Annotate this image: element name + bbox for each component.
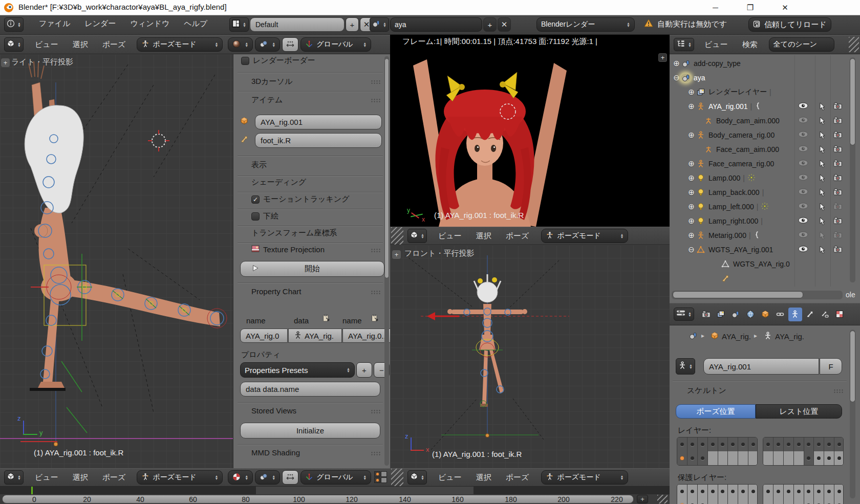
preset-add-button[interactable]: + xyxy=(356,362,372,378)
outliner-row-Body_camera_rig.00[interactable]: ⊕Body_camera_rig.00 xyxy=(670,128,860,142)
render-engine-select[interactable]: Blenderレンダー xyxy=(536,17,635,32)
armature-layer-cell[interactable] xyxy=(738,485,748,498)
armature-layer-cell[interactable] xyxy=(738,498,748,504)
panel-3d-cursor[interactable]: 3Dカーソル xyxy=(241,77,292,86)
panel-shading[interactable]: シェーディング xyxy=(241,178,306,187)
properties-tab-constraint[interactable] xyxy=(773,308,787,321)
armature-layer-cell[interactable] xyxy=(708,485,718,498)
armature-layer-cell[interactable] xyxy=(698,437,708,451)
panel-item[interactable]: アイテム xyxy=(241,95,283,105)
armature-layer-cell[interactable] xyxy=(773,498,784,504)
armature-layer-cell[interactable] xyxy=(784,485,794,498)
region-expand-button[interactable]: + xyxy=(658,53,667,62)
armature-layer-cell[interactable] xyxy=(718,485,728,498)
armature-layer-cell[interactable] xyxy=(763,451,773,465)
menu-item-ポーズ[interactable]: ポーズ xyxy=(499,473,536,483)
toggle-selectable-cursor-icon[interactable] xyxy=(819,231,825,242)
add-scene-button[interactable]: + xyxy=(483,17,497,32)
armature-layer-cell[interactable] xyxy=(834,451,844,465)
panel-mmd-shading[interactable]: MMD Shading xyxy=(241,448,300,457)
npanel-scrollbar[interactable] xyxy=(384,56,389,466)
initialize-button[interactable]: Initialize xyxy=(240,423,380,439)
expand-icon[interactable]: ⊕ xyxy=(687,173,696,183)
menu-item-ウィンドウ[interactable]: ウィンドウ xyxy=(123,19,177,29)
toggle-selectable-cursor-icon[interactable] xyxy=(819,117,825,127)
menu-item-選択[interactable]: 選択 xyxy=(66,473,95,483)
pose-position-button[interactable]: ポーズ位置 xyxy=(676,404,756,419)
outliner-row-partial[interactable] xyxy=(670,271,860,286)
toggle-visibility-eye-icon[interactable] xyxy=(798,231,808,239)
close-button[interactable]: ✕ xyxy=(773,0,797,15)
toggle-visibility-eye-icon[interactable] xyxy=(798,160,808,168)
toggle-renderable-camera-icon[interactable] xyxy=(833,131,842,140)
object-breadcrumb-icon[interactable] xyxy=(711,332,719,342)
editor-type-button-properties[interactable] xyxy=(674,308,694,321)
expand-icon[interactable]: ⊕ xyxy=(687,102,696,111)
viewport-left-canvas[interactable]: + ライト・平行投影 (1) AYA_rig.001 : foot_ik.R z… xyxy=(0,54,233,468)
outliner-row-Metarig.000[interactable]: ⊕Metarig.000| xyxy=(670,228,860,243)
armature-layer-cell[interactable] xyxy=(763,437,773,451)
armature-layer-cell[interactable] xyxy=(814,485,824,498)
armature-layer-cell[interactable] xyxy=(677,485,687,498)
armature-layer-cell[interactable] xyxy=(748,498,758,504)
start-button[interactable]: 開始 xyxy=(240,261,384,277)
toggle-selectable-cursor-icon[interactable] xyxy=(819,174,825,184)
toggle-renderable-camera-icon[interactable] xyxy=(833,203,842,211)
armature-layer-cell[interactable] xyxy=(677,437,687,451)
editor-type-button-3dview[interactable] xyxy=(407,470,427,485)
outliner-row-Body_cam_aim.000[interactable]: Body_cam_aim.000 xyxy=(670,114,860,128)
armature-layer-cell[interactable] xyxy=(728,498,738,504)
mode-select[interactable]: ポーズモード xyxy=(541,229,628,243)
outliner-row-add-copy_type[interactable]: ⊕add-copy_type xyxy=(670,56,860,71)
remove-scene-button[interactable]: ✕ xyxy=(498,17,511,32)
toggle-visibility-eye-icon[interactable] xyxy=(798,174,808,182)
toggle-renderable-camera-icon[interactable] xyxy=(833,188,842,197)
toggle-visibility-eye-icon[interactable] xyxy=(798,117,808,125)
armature-layer-cell[interactable] xyxy=(834,485,844,498)
armature-breadcrumb-icon[interactable] xyxy=(764,332,772,342)
toggle-renderable-camera-icon[interactable] xyxy=(833,246,842,254)
toggle-renderable-camera-icon[interactable] xyxy=(833,160,842,168)
item-object-name-field[interactable]: AYA_rig.001 xyxy=(255,115,382,129)
armature-layer-cell[interactable] xyxy=(748,485,758,498)
editor-type-button-outliner[interactable] xyxy=(674,38,694,51)
armature-layer-cell[interactable] xyxy=(708,451,718,465)
outliner-row-WGTS_AYA_rig.0[interactable]: WGTS_AYA_rig.0 xyxy=(670,257,860,271)
outliner-row-Face_cam_aim.000[interactable]: Face_cam_aim.000 xyxy=(670,142,860,157)
rest-position-button[interactable]: レスト位置 xyxy=(756,404,842,419)
area-corner-grip[interactable] xyxy=(849,37,859,52)
menu-item-選択[interactable]: 選択 xyxy=(469,473,499,483)
properties-tab-material[interactable] xyxy=(833,308,847,321)
outliner-row-aya[interactable]: ⊖aya xyxy=(670,71,860,85)
armature-layer-cell[interactable] xyxy=(834,498,844,504)
toggle-renderable-camera-icon[interactable] xyxy=(833,231,842,240)
armature-layer-cell[interactable] xyxy=(784,498,794,504)
shading-select[interactable] xyxy=(228,470,253,485)
toggle-renderable-camera-icon[interactable] xyxy=(833,145,842,154)
panel-drag-dots[interactable] xyxy=(371,290,381,295)
expand-icon[interactable]: ⊕ xyxy=(687,130,696,140)
armature-layer-cell[interactable] xyxy=(794,437,804,451)
timeline-range-strip[interactable] xyxy=(0,487,670,494)
panel-drag-dots[interactable] xyxy=(371,451,381,456)
editor-type-button-info[interactable] xyxy=(4,17,24,32)
toggle-selectable-cursor-icon[interactable] xyxy=(819,102,825,113)
chart-cell-1[interactable]: AYA_rig.0 xyxy=(240,328,288,343)
menu-item-ヘルプ[interactable]: ヘルプ xyxy=(177,19,214,29)
armature-layer-cell[interactable] xyxy=(738,437,748,451)
outliner-row-AYA_rig.001[interactable]: ⊕AYA_rig.001| xyxy=(670,99,860,114)
armature-layer-cell[interactable] xyxy=(687,498,698,504)
armature-layer-cell[interactable] xyxy=(728,451,738,465)
screen-layout-button[interactable] xyxy=(229,17,249,32)
menu-item-ポーズ[interactable]: ポーズ xyxy=(499,231,536,241)
properties-vscrollbar[interactable] xyxy=(850,330,855,498)
viewport-front-canvas[interactable]: + フロント・平行投影 (1) AYA_rig.001 : foot_ik.R … xyxy=(390,245,670,468)
mode-select[interactable]: ポーズモード xyxy=(137,37,223,52)
armature-layer-cell[interactable] xyxy=(687,451,698,465)
panel-skeleton[interactable]: スケルトン xyxy=(677,386,726,396)
expand-icon[interactable]: ⊕ xyxy=(687,87,696,97)
toggle-selectable-cursor-icon[interactable] xyxy=(819,246,825,256)
menu-item-ビュー[interactable]: ビュー xyxy=(28,40,66,50)
manipulator-toggle[interactable] xyxy=(282,37,298,52)
reload-trusted-button[interactable]: 信頼してリロード xyxy=(748,17,831,32)
